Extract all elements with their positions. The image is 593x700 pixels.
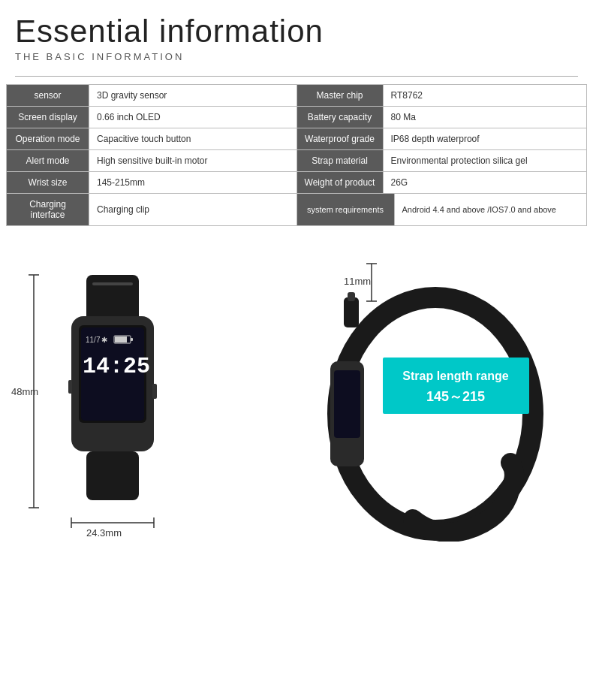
svg-rect-17 [131, 338, 133, 341]
spec-label-strap-material: Strap material [297, 150, 384, 171]
svg-text:48mm: 48mm [11, 386, 38, 397]
spec-value-strap-material: Environmental protection silica gel [384, 150, 587, 171]
spec-label-waterproof-grade: Waterproof grade [297, 128, 384, 149]
specs-row-2: Screen display 0.66 inch OLED Battery ca… [7, 107, 586, 128]
header-section: Essential information THE BASIC INFORMAT… [0, 0, 593, 70]
spec-label-alert-mode: Alert mode [7, 150, 89, 171]
svg-text:Strap length range: Strap length range [402, 370, 508, 382]
spec-value-sensor: 3D gravity sensor [89, 85, 296, 106]
svg-rect-10 [86, 451, 139, 500]
svg-text:11mm: 11mm [344, 276, 371, 287]
spec-label-wrist-size: Wrist size [7, 172, 89, 193]
diagram-section: 48mm 24.3mm 11/7 ✱ [0, 234, 593, 552]
spec-label-weight: Weight of product [297, 172, 384, 193]
spec-value-battery-capacity: 80 Ma [384, 107, 587, 128]
header-divider [15, 76, 578, 77]
specs-row-3: Operation mode Capacitive touch button W… [7, 128, 586, 150]
svg-text:✱: ✱ [101, 336, 107, 344]
spec-value-waterproof-grade: IP68 depth waterproof [384, 128, 587, 149]
spec-value-weight: 26G [384, 172, 587, 193]
spec-value-alert-mode: High sensitive built-in motor [89, 150, 296, 171]
specs-half-right-2: Battery capacity 80 Ma [297, 107, 587, 128]
spec-value-screen-display: 0.66 inch OLED [89, 107, 296, 128]
spec-label-sensor: sensor [7, 85, 89, 106]
specs-half-right-5: Weight of product 26G [297, 172, 587, 193]
spec-value-charging: Charging clip [89, 194, 296, 225]
specs-half-left-4: Alert mode High sensitive built-in motor [7, 150, 297, 171]
spec-label-master-chip: Master chip [297, 85, 384, 106]
specs-half-right-1: Master chip RT8762 [297, 85, 587, 106]
specs-row-4: Alert mode High sensitive built-in motor… [7, 150, 586, 172]
svg-rect-30 [344, 297, 359, 327]
spec-label-screen-display: Screen display [7, 107, 89, 128]
specs-half-left-6: Charging interface Charging clip [7, 194, 297, 225]
specs-half-left-2: Screen display 0.66 inch OLED [7, 107, 297, 128]
spec-label-operation-mode: Operation mode [7, 128, 89, 149]
wristband-side-svg: 11mm Strap length range 145～215 [233, 241, 548, 542]
svg-rect-29 [334, 370, 360, 438]
spec-value-operation-mode: Capacitive touch button [89, 128, 296, 149]
page-title: Essential information [15, 14, 578, 50]
svg-rect-32 [383, 358, 529, 414]
spec-label-charging: Charging interface [7, 194, 89, 225]
spec-label-battery-capacity: Battery capacity [297, 107, 384, 128]
specs-half-left-3: Operation mode Capacitive touch button [7, 128, 297, 149]
spec-value-master-chip: RT8762 [384, 85, 587, 106]
spec-value-system-req: Android 4.4 and above /IOS7.0 and above [395, 194, 587, 225]
specs-half-right-6: system requirements Android 4.4 and abov… [297, 194, 587, 225]
page-subtitle: THE BASIC INFORMATION [15, 51, 578, 62]
svg-text:11/7: 11/7 [86, 336, 101, 344]
svg-rect-18 [115, 336, 127, 342]
svg-rect-11 [92, 282, 133, 285]
svg-text:145～215: 145～215 [426, 389, 485, 404]
svg-text:14:25: 14:25 [83, 354, 150, 379]
diagram-right: 11mm Strap length range 145～215 [233, 241, 585, 545]
spec-label-system-req: system requirements [297, 194, 395, 225]
diagram-left: 48mm 24.3mm 11/7 ✱ [8, 241, 218, 545]
svg-text:24.3mm: 24.3mm [86, 527, 122, 539]
spec-value-wrist-size: 145-215mm [89, 172, 296, 193]
specs-half-right-3: Waterproof grade IP68 depth waterproof [297, 128, 587, 149]
specs-half-left-1: sensor 3D gravity sensor [7, 85, 297, 106]
specs-row-5: Wrist size 145-215mm Weight of product 2… [7, 172, 586, 194]
specs-half-right-4: Strap material Environmental protection … [297, 150, 587, 171]
specs-half-left-5: Wrist size 145-215mm [7, 172, 297, 193]
wristband-front-svg: 48mm 24.3mm 11/7 ✱ [8, 241, 218, 542]
specs-row-1: sensor 3D gravity sensor Master chip RT8… [7, 85, 586, 107]
specs-row-6: Charging interface Charging clip system … [7, 194, 586, 225]
svg-rect-21 [68, 380, 72, 394]
svg-rect-31 [348, 292, 355, 301]
specs-table: sensor 3D gravity sensor Master chip RT8… [6, 84, 587, 226]
svg-rect-20 [152, 384, 157, 399]
